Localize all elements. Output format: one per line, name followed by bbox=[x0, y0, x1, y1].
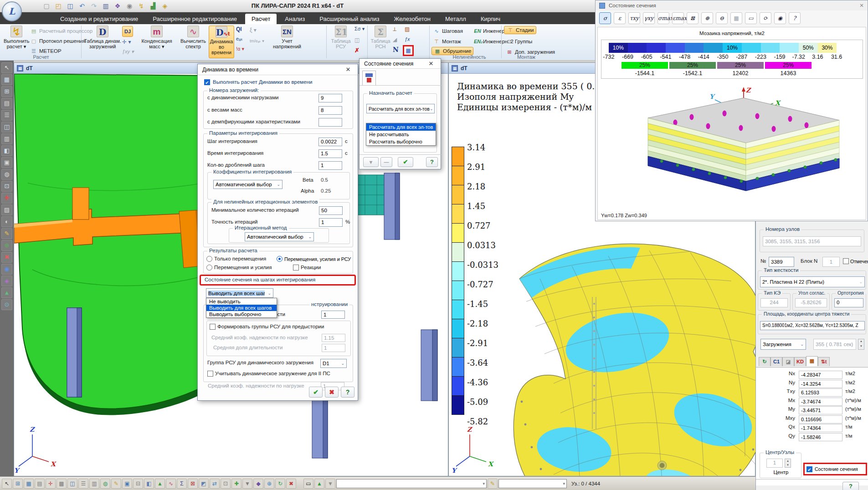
tool-icon[interactable]: ◧ bbox=[1, 145, 12, 156]
bottom-tool-icon[interactable]: ✖ bbox=[286, 479, 296, 489]
bottom-tool-icon[interactable]: ◆ bbox=[253, 479, 263, 489]
bottom-tool-icon[interactable]: ▥ bbox=[89, 479, 99, 489]
bottom-tool-icon[interactable]: ⊡ bbox=[221, 479, 231, 489]
bottom-tool-icon[interactable]: ▣ bbox=[122, 479, 132, 489]
tool-icon[interactable]: ✚ bbox=[1, 193, 12, 204]
dropdown-option[interactable]: Рассчитать для всех эл-тов bbox=[366, 123, 436, 131]
camera-button[interactable]: ◉ bbox=[774, 12, 786, 24]
dyn-loads-field[interactable]: 9 bbox=[318, 94, 342, 102]
section-state-checkbox[interactable] bbox=[806, 466, 812, 472]
dropdown-option[interactable]: Не рассчитывать bbox=[366, 131, 436, 138]
bottom-tool-icon[interactable]: ↖ bbox=[2, 479, 12, 489]
force-value[interactable]: -1.58246 bbox=[799, 433, 842, 441]
bottom-tool-icon[interactable]: ▩ bbox=[56, 479, 67, 489]
force-value[interactable]: -4.28347 bbox=[799, 371, 842, 379]
cancel-button[interactable]: ✖ bbox=[325, 387, 339, 398]
mass-condensation-button[interactable]: m Конденсациямасс ▾ bbox=[137, 26, 177, 49]
apply-button[interactable]: ✔ bbox=[398, 157, 413, 167]
ribbon-tab[interactable]: Металл bbox=[439, 14, 473, 24]
sigma-max-button[interactable]: σmax bbox=[657, 12, 669, 24]
ribbon-tab[interactable]: Расширенный анализ bbox=[313, 14, 385, 24]
mosaic-tab-icon[interactable]: ▦ bbox=[806, 356, 818, 366]
dyn-loads-table-button[interactable]: D Таблица динам.загружений bbox=[84, 26, 121, 49]
fx-icon[interactable]: ƒx bbox=[405, 36, 410, 42]
force-value[interactable]: 0.116696 bbox=[799, 415, 842, 424]
montage-button[interactable]: ⊤ Монтаж bbox=[433, 37, 461, 46]
app-logo[interactable]: L bbox=[2, 1, 22, 21]
tool-icon[interactable]: ▥ bbox=[1, 133, 12, 144]
force-value[interactable]: -3.74674 bbox=[799, 398, 842, 406]
tool-icon[interactable]: ▣ bbox=[1, 157, 12, 168]
tool-icon[interactable]: ⊙ bbox=[1, 299, 12, 310]
tool-icon[interactable]: ☰ bbox=[1, 110, 12, 121]
fxy-icon[interactable]: ƒxy ▾ bbox=[122, 49, 134, 55]
loadcase-combobox[interactable]: Загружения⌄ bbox=[760, 339, 806, 350]
iteration-method-combobox[interactable]: Автоматический выбор⌄ bbox=[245, 232, 314, 241]
epsilon-button[interactable]: ε bbox=[614, 12, 626, 24]
center-count-field[interactable]: 1 bbox=[766, 459, 783, 468]
tool-icon[interactable]: ◫ bbox=[1, 122, 12, 133]
reactions-checkbox[interactable] bbox=[293, 265, 299, 271]
force-value[interactable]: 6.12593 bbox=[799, 388, 842, 397]
avg-duration-field[interactable]: 1 bbox=[322, 344, 345, 352]
bottom-tool-icon[interactable]: ▲ bbox=[155, 479, 165, 489]
help-button[interactable]: ? bbox=[789, 12, 801, 24]
add-mass-icon[interactable]: ✛ ▾ bbox=[122, 39, 131, 45]
rsu-history-checkbox[interactable] bbox=[210, 324, 216, 330]
ribbon-tab[interactable]: Расчет bbox=[245, 14, 277, 24]
orthotropy-field[interactable]: 0 bbox=[834, 298, 863, 307]
bottom-tool-icon[interactable]: ⊞ bbox=[13, 479, 23, 489]
tool-icon[interactable]: ◈ bbox=[1, 276, 12, 286]
sigma-button[interactable]: σ bbox=[599, 12, 611, 24]
dialog-titlebar[interactable]: Состояние сечения ✕ bbox=[360, 59, 441, 69]
assign-calc-combobox[interactable]: Рассчитать для всех эл-тов⌄ bbox=[366, 104, 435, 113]
kd-tab-icon[interactable]: KD bbox=[794, 357, 806, 366]
tool-icon[interactable]: ▨ bbox=[1, 204, 12, 215]
panel-help-button[interactable]: ? bbox=[842, 482, 859, 490]
c1-tab-icon[interactable]: C1 bbox=[770, 357, 782, 366]
ok-button[interactable]: ✔ bbox=[309, 387, 323, 398]
dialog-titlebar[interactable]: Динамика во времени ✕ bbox=[198, 64, 358, 75]
loadcase-value-field[interactable]: 355 ( 0.781 сек) bbox=[813, 339, 856, 350]
support-icon[interactable]: ⟂ bbox=[393, 26, 396, 32]
ribbon-tab[interactable]: Анализ bbox=[278, 14, 311, 24]
tau-xy-button[interactable]: τxy bbox=[628, 12, 640, 24]
tool-icon[interactable]: ⊕ bbox=[1, 240, 12, 251]
coef-method-combobox[interactable]: Автоматический выбор⌄ bbox=[213, 180, 282, 189]
eak-icon[interactable]: eₐₖ bbox=[236, 36, 243, 42]
min-iterations-field[interactable]: 50 bbox=[319, 206, 343, 215]
zoom-out-button[interactable]: ⊖ bbox=[716, 12, 728, 24]
substeps-field[interactable]: 1 bbox=[318, 161, 342, 170]
filter-combobox[interactable]: ▾ bbox=[498, 479, 567, 488]
disp-forces-radio[interactable] bbox=[206, 265, 212, 271]
bottom-tool-icon[interactable]: ▼ bbox=[242, 479, 252, 489]
time-field[interactable]: 1.5 bbox=[318, 149, 342, 158]
bottom-tool-icon[interactable]: ☰ bbox=[78, 479, 88, 489]
bottom-tool-icon[interactable]: ◧ bbox=[144, 479, 154, 489]
bottom-tool-icon[interactable]: ▤ bbox=[35, 479, 45, 489]
bottom-tool-icon[interactable]: ⇄ bbox=[210, 479, 220, 489]
plate-tab-icon[interactable]: ◪ bbox=[782, 357, 794, 366]
bottom-tool-icon[interactable]: ✛ bbox=[46, 479, 56, 489]
displacements-only-radio[interactable] bbox=[206, 256, 212, 262]
force-value[interactable]: -1.74364 bbox=[799, 424, 842, 432]
alpha-icon[interactable]: !α ▾ bbox=[236, 46, 244, 52]
delete-rsu-icon[interactable]: ✗ bbox=[354, 47, 360, 54]
stages-button[interactable]: ⊤ Стадии bbox=[504, 26, 536, 34]
bottom-tool-icon[interactable]: ◩ bbox=[199, 479, 209, 489]
restore-tab-icon[interactable]: ↻ bbox=[759, 357, 770, 366]
bottom-tool-icon[interactable]: ⊕ bbox=[264, 479, 274, 489]
calc-processor-button[interactable]: ▤ Расчетный процессор bbox=[30, 27, 92, 35]
rsu-group-combobox[interactable]: D1⌄ bbox=[320, 359, 347, 368]
stepwise-button[interactable]: ∿ Шаговая bbox=[433, 27, 463, 35]
wedge-icon[interactable]: ◢ bbox=[393, 36, 397, 43]
stiffness-combobox[interactable]: 2*. Пластина Н 22 (Плиты)⌄ bbox=[760, 276, 865, 287]
tool-icon[interactable]: ◉ bbox=[1, 264, 12, 275]
copy-boxes-icon[interactable]: ◫ bbox=[354, 37, 360, 43]
solution-protocol-button[interactable]: ▢ Протокол решения bbox=[30, 37, 85, 45]
section-state-tab[interactable] bbox=[362, 71, 376, 85]
dropdown-option[interactable]: Рассчитать выборочно bbox=[366, 138, 436, 145]
ruler-button[interactable]: ▭ bbox=[745, 12, 757, 24]
run-dynamics-checkbox[interactable] bbox=[204, 79, 210, 85]
tool-icon[interactable]: ▤ bbox=[1, 98, 12, 109]
